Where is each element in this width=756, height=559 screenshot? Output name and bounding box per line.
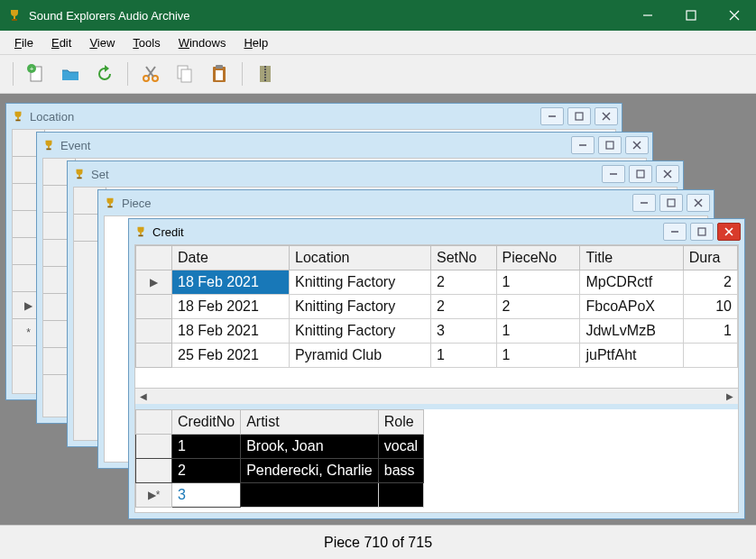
col-setno[interactable]: SetNo bbox=[430, 246, 496, 270]
horizontal-scrollbar[interactable]: ◀ ▶ bbox=[135, 388, 738, 404]
mdi-minimize-button[interactable] bbox=[632, 194, 656, 212]
toolbar-refresh-button[interactable] bbox=[91, 60, 118, 87]
mdi-maximize-button[interactable] bbox=[598, 136, 622, 154]
svg-rect-35 bbox=[637, 170, 644, 178]
window-close-button[interactable] bbox=[713, 0, 756, 31]
toolbar: + bbox=[0, 54, 756, 94]
toolbar-new-button[interactable]: + bbox=[23, 60, 50, 87]
cell-setno[interactable]: 2 bbox=[430, 270, 496, 295]
svg-rect-47 bbox=[698, 228, 705, 235]
cell-pieceno[interactable]: 1 bbox=[496, 270, 580, 295]
title-bar: Sound Explorers Audio Archive bbox=[0, 0, 756, 31]
mdi-minimize-button[interactable] bbox=[540, 107, 564, 125]
trophy-icon bbox=[104, 197, 116, 209]
svg-rect-26 bbox=[48, 146, 50, 149]
svg-rect-1 bbox=[12, 19, 17, 21]
trophy-icon bbox=[42, 139, 55, 151]
mdi-title-text: Set bbox=[91, 168, 109, 181]
cell-title[interactable]: MpCDRctf bbox=[580, 270, 683, 295]
svg-rect-45 bbox=[138, 235, 143, 237]
col-title[interactable]: Title bbox=[580, 246, 683, 270]
toolbar-copy-button[interactable] bbox=[171, 60, 198, 87]
credit-detail-grid[interactable]: CreditNo Artist Role 1 Brook, Joan vocal… bbox=[135, 409, 424, 508]
table-row[interactable]: 18 Feb 2021 Knitting Factory 3 1 JdwLvMz… bbox=[136, 319, 738, 344]
menu-help[interactable]: Help bbox=[244, 36, 268, 50]
table-row[interactable]: 18 Feb 2021 Knitting Factory 2 2 FbcoAPo… bbox=[136, 295, 738, 319]
svg-rect-23 bbox=[576, 113, 583, 120]
table-row[interactable]: 25 Feb 2021 Pyramid Club 1 1 juPtfAht bbox=[136, 344, 738, 368]
mdi-maximize-button[interactable] bbox=[629, 165, 652, 183]
status-text: Piece 710 of 715 bbox=[324, 535, 432, 551]
svg-rect-32 bbox=[78, 175, 80, 178]
app-icon bbox=[7, 8, 22, 23]
mdi-title-text: Piece bbox=[122, 197, 152, 210]
svg-rect-14 bbox=[181, 69, 191, 82]
app-title: Sound Explorers Audio Archive bbox=[29, 9, 626, 23]
svg-rect-41 bbox=[668, 199, 675, 206]
svg-rect-38 bbox=[109, 204, 111, 206]
svg-rect-17 bbox=[216, 70, 223, 80]
mdi-minimize-button[interactable] bbox=[571, 136, 595, 154]
mdi-maximize-button[interactable] bbox=[567, 107, 591, 125]
mdi-title-text: Event bbox=[60, 139, 90, 152]
credit-master-grid[interactable]: Date Location SetNo PieceNo Title Dura ▶… bbox=[135, 245, 738, 368]
mdi-title-text: Credit bbox=[152, 225, 184, 239]
svg-rect-0 bbox=[14, 16, 15, 19]
table-row[interactable]: ▶ 18 Feb 2021 Knitting Factory 2 1 MpCDR… bbox=[136, 270, 738, 295]
svg-rect-3 bbox=[687, 11, 696, 20]
mdi-minimize-button[interactable] bbox=[602, 165, 625, 183]
status-bar: Piece 710 of 715 bbox=[0, 525, 756, 559]
toolbar-open-button[interactable] bbox=[57, 60, 84, 87]
svg-rect-27 bbox=[46, 149, 51, 151]
mdi-minimize-button[interactable] bbox=[663, 223, 687, 241]
mdi-client-area: Location ▶ * Event bbox=[0, 94, 756, 525]
corner-cell[interactable] bbox=[136, 410, 172, 435]
col-creditno[interactable]: CreditNo bbox=[172, 410, 241, 435]
col-date[interactable]: Date bbox=[172, 246, 290, 270]
mdi-maximize-button[interactable] bbox=[659, 194, 683, 212]
col-duration[interactable]: Dura bbox=[683, 246, 737, 270]
new-row-icon[interactable]: ▶* bbox=[136, 483, 172, 508]
menu-edit[interactable]: Edit bbox=[51, 36, 71, 50]
trophy-icon bbox=[12, 110, 24, 123]
col-pieceno[interactable]: PieceNo bbox=[496, 246, 580, 270]
cell-date[interactable]: 18 Feb 2021 bbox=[172, 270, 290, 295]
mdi-close-button[interactable] bbox=[687, 194, 710, 212]
toolbar-zip-button[interactable] bbox=[252, 60, 279, 87]
mdi-close-button[interactable] bbox=[656, 165, 679, 183]
svg-rect-39 bbox=[107, 206, 112, 208]
trophy-icon bbox=[73, 168, 86, 180]
window-minimize-button[interactable] bbox=[626, 0, 669, 31]
mdi-close-button[interactable] bbox=[595, 107, 618, 125]
scroll-left-icon[interactable]: ◀ bbox=[137, 390, 150, 403]
mdi-close-button[interactable] bbox=[717, 223, 741, 241]
table-row[interactable]: 1 Brook, Joan vocal bbox=[136, 435, 424, 459]
svg-rect-33 bbox=[77, 178, 81, 179]
table-row[interactable]: 2 Penderecki, Charlie bass bbox=[136, 459, 424, 483]
window-maximize-button[interactable] bbox=[669, 0, 713, 31]
mdi-close-button[interactable] bbox=[625, 136, 649, 154]
corner-cell[interactable] bbox=[136, 246, 172, 270]
svg-rect-29 bbox=[606, 142, 613, 149]
menu-file[interactable]: File bbox=[14, 36, 33, 50]
menu-view[interactable]: View bbox=[89, 36, 115, 50]
row-selector-icon[interactable]: ▶ bbox=[136, 270, 172, 295]
svg-rect-21 bbox=[15, 120, 20, 122]
cell-dur[interactable]: 2 bbox=[683, 270, 737, 295]
col-role[interactable]: Role bbox=[378, 410, 423, 435]
menu-tools[interactable]: Tools bbox=[133, 36, 160, 50]
menu-bar: File Edit View Tools Windows Help bbox=[0, 31, 756, 54]
mdi-window-credit[interactable]: Credit Date Location SetNo PieceNo bbox=[128, 218, 745, 519]
col-location[interactable]: Location bbox=[290, 246, 431, 270]
menu-windows[interactable]: Windows bbox=[179, 36, 226, 50]
cell-location[interactable]: Knitting Factory bbox=[290, 270, 431, 295]
svg-text:+: + bbox=[30, 65, 34, 73]
mdi-maximize-button[interactable] bbox=[690, 223, 714, 241]
toolbar-cut-button[interactable] bbox=[137, 60, 164, 87]
col-artist[interactable]: Artist bbox=[241, 410, 379, 435]
mdi-title-text: Location bbox=[30, 110, 74, 124]
toolbar-paste-button[interactable] bbox=[206, 60, 233, 87]
table-row-new[interactable]: ▶* 3 bbox=[136, 483, 424, 508]
scroll-right-icon[interactable]: ▶ bbox=[724, 390, 736, 403]
svg-rect-16 bbox=[216, 65, 223, 69]
